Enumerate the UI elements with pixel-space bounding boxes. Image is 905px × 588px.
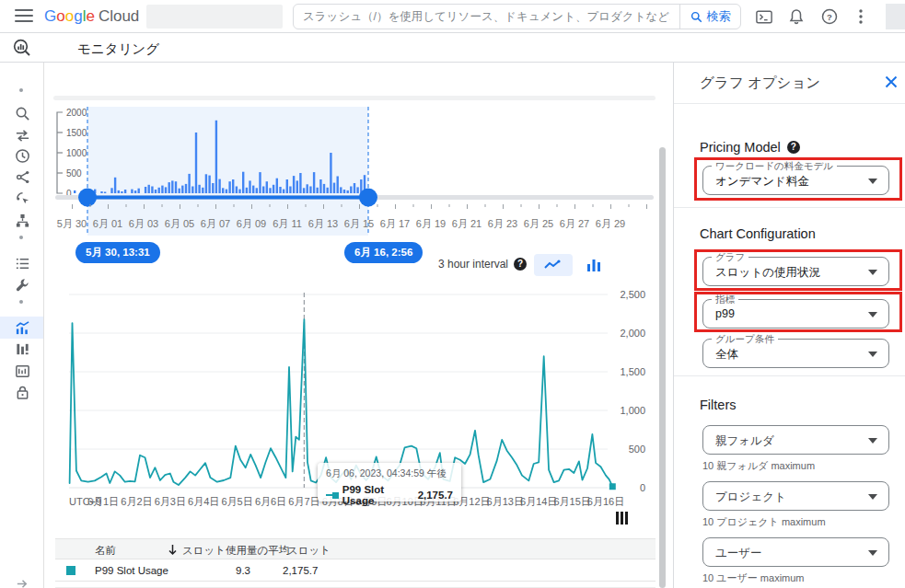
close-icon[interactable] — [884, 75, 899, 89]
monitoring-product-icon[interactable] — [12, 38, 32, 58]
sidebar-item-schema[interactable] — [14, 212, 30, 228]
project-filter-dropdown[interactable]: プロジェクト — [702, 481, 889, 511]
user-filter-dropdown[interactable]: ユーザー — [702, 537, 889, 567]
sidebar-item-scheduled-queries[interactable] — [14, 147, 30, 164]
sidebar-item-job-list[interactable] — [14, 255, 30, 271]
logo-google: Google — [44, 7, 95, 25]
app-window: GoogleCloud 検索 ? モニタリング — [0, 0, 905, 588]
chart-type-dropdown[interactable]: グラフ スロットの使用状況 — [702, 257, 889, 286]
cell-avg: 9.3 — [230, 565, 250, 576]
search-button[interactable]: 検索 — [679, 5, 740, 29]
svg-text:6月2日: 6月2日 — [121, 496, 152, 507]
list-icon — [15, 256, 30, 271]
kebab-menu-icon[interactable] — [852, 7, 870, 26]
col-header-slots[interactable]: スロット — [287, 544, 331, 558]
notifications-bell-icon[interactable] — [787, 7, 806, 26]
sidebar-item-monitoring[interactable] — [14, 319, 30, 336]
svg-text:6月16日: 6月16日 — [587, 496, 624, 507]
svg-text:1500: 1500 — [66, 128, 87, 138]
panel-title: グラフ オプション — [700, 74, 820, 93]
pricing-model-heading: Pricing Model ? — [700, 140, 800, 155]
metric-dropdown[interactable]: 指標 p99 — [702, 299, 889, 329]
chart-options-panel: グラフ オプション Pricing Model ? ワークロードの料金モデル オ… — [674, 63, 905, 588]
svg-text:6月 05: 6月 05 — [165, 218, 194, 229]
table-row[interactable]: P99 Slot Usage 9.3 2,175.7 — [55, 559, 656, 582]
dot-separator-icon — [19, 236, 23, 239]
legend-line-icon — [326, 494, 332, 496]
sidebar-item-dataform[interactable] — [14, 190, 30, 206]
search-button-label: 検索 — [707, 8, 731, 25]
vertical-scrollbar[interactable] — [659, 147, 666, 588]
svg-text:500: 500 — [629, 444, 645, 455]
capacity-equalizer-icon — [15, 341, 30, 357]
tooltip-value: 2,175.7 — [418, 490, 453, 501]
interval-help-icon[interactable]: ? — [514, 258, 527, 271]
left-nav — [0, 63, 44, 588]
project-selector-placeholder[interactable] — [146, 5, 283, 29]
pricing-model-dropdown[interactable]: ワークロードの料金モデル オンデマンド料金 — [702, 166, 889, 195]
svg-text:6月 25: 6月 25 — [524, 218, 553, 229]
logo-cloud: Cloud — [99, 7, 139, 25]
legend-swatch-icon — [332, 492, 339, 499]
svg-text:5月 30: 5月 30 — [57, 218, 87, 229]
time-range-selector[interactable]: 05001000150020005月 306月 016月 036月 056月 0… — [53, 96, 656, 239]
bar-chart-toggle[interactable] — [580, 254, 608, 276]
series-table: 名前 スロット使用量の平均 スロット P99 Slot Usage 9.3 2,… — [55, 538, 656, 588]
cloud-shell-icon[interactable] — [755, 7, 773, 26]
dot-separator-icon — [19, 88, 23, 92]
sidebar-item-reservations[interactable] — [14, 384, 30, 400]
svg-text:0: 0 — [640, 482, 645, 493]
column-display-icon[interactable] — [616, 512, 629, 525]
svg-text:6月 15: 6月 15 — [344, 218, 374, 229]
svg-text:6月 09: 6月 09 — [237, 218, 266, 229]
interval-label: 3 hour interval — [438, 258, 508, 271]
sidebar-item-search[interactable] — [14, 105, 30, 121]
tooltip-timestamp: 6月 06, 2023, 04:34:59 午後 — [326, 467, 453, 480]
sidebar-item-capacity[interactable] — [14, 340, 30, 357]
bar-chart-icon — [586, 259, 601, 271]
svg-text:6月 29: 6月 29 — [596, 218, 625, 229]
sort-desc-icon[interactable] — [168, 544, 178, 556]
svg-text:2,000: 2,000 — [620, 328, 645, 339]
sidebar-item-partial-bottom[interactable] — [14, 576, 30, 588]
table-partial-row — [55, 582, 656, 588]
schema-tree-icon — [15, 213, 30, 228]
svg-text:?: ? — [827, 12, 832, 22]
col-header-name[interactable]: 名前 — [95, 544, 116, 558]
history-clock-icon — [15, 148, 30, 164]
svg-text:6月13日: 6月13日 — [487, 496, 524, 507]
search-box: 検索 — [293, 4, 741, 29]
chart-toolbar: 3 hour interval ? — [44, 250, 656, 278]
svg-text:6月 07: 6月 07 — [201, 218, 230, 229]
search-icon — [690, 11, 702, 23]
help-icon[interactable]: ? — [820, 7, 839, 26]
chevron-down-icon — [868, 550, 877, 556]
sidebar-item-transfers[interactable] — [14, 127, 30, 144]
sidebar-item-bi-engine[interactable] — [14, 363, 30, 379]
menu-icon[interactable] — [15, 9, 33, 24]
group-by-dropdown[interactable]: グループ条件 全体 — [702, 339, 889, 368]
svg-text:6月3日: 6月3日 — [155, 496, 186, 507]
lock-icon — [16, 385, 29, 400]
svg-text:6月 03: 6月 03 — [129, 218, 158, 229]
svg-text:500: 500 — [66, 168, 82, 179]
cell-series-name: P99 Slot Usage — [95, 565, 168, 576]
google-cloud-logo[interactable]: GoogleCloud — [44, 7, 139, 26]
top-bar: GoogleCloud 検索 ? — [0, 0, 905, 33]
sidebar-item-administration[interactable] — [14, 276, 30, 293]
svg-text:6月 19: 6月 19 — [416, 218, 446, 229]
col-header-avg[interactable]: スロット使用量の平均 — [182, 544, 289, 558]
svg-text:1000: 1000 — [66, 148, 87, 158]
avatar[interactable] — [886, 4, 905, 29]
range-selector-chart[interactable]: 05001000150020005月 306月 016月 036月 056月 0… — [53, 96, 656, 239]
line-chart-toggle[interactable] — [534, 254, 573, 276]
pricing-help-icon[interactable]: ? — [787, 141, 800, 154]
search-input[interactable] — [294, 10, 679, 23]
svg-text:6月7日: 6月7日 — [288, 496, 319, 507]
sidebar-item-analytics-hub[interactable] — [14, 168, 30, 185]
chevron-down-icon — [868, 179, 877, 184]
bi-engine-icon — [15, 363, 30, 379]
page-header: モニタリング — [0, 33, 905, 63]
parent-folder-filter-dropdown[interactable]: 親フォルダ — [702, 425, 889, 455]
svg-text:6月 23: 6月 23 — [488, 218, 517, 229]
